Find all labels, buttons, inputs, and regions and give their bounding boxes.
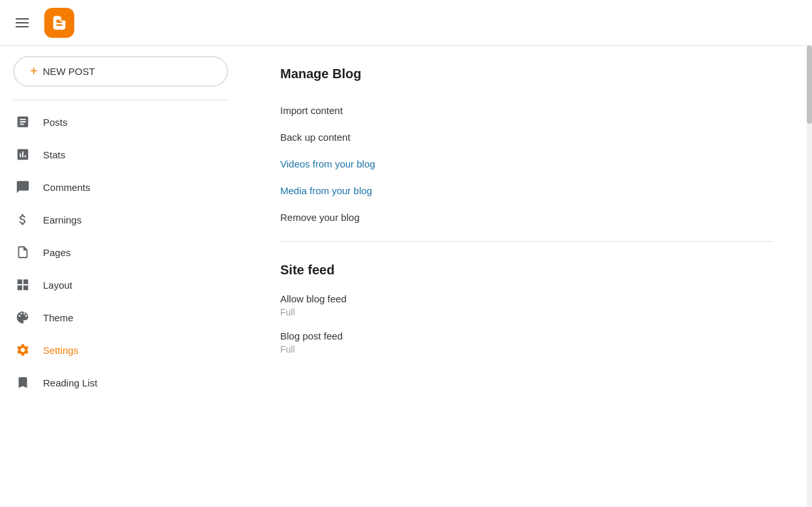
site-feed-section: Site feed Allow blog feed Full Blog post… xyxy=(280,263,773,355)
sidebar-item-layout[interactable]: Layout xyxy=(0,268,228,301)
blog-post-feed-label: Blog post feed xyxy=(280,330,773,341)
hamburger-menu[interactable] xyxy=(10,13,34,33)
sidebar-item-comments[interactable]: Comments xyxy=(0,171,228,203)
main-content: Manage Blog Import content Back up conte… xyxy=(241,46,812,507)
sidebar-label-settings: Settings xyxy=(43,345,78,356)
posts-icon xyxy=(16,115,30,129)
sidebar-label-stats: Stats xyxy=(43,149,65,160)
media-link[interactable]: Media from your blog xyxy=(280,177,773,204)
remove-blog-link[interactable]: Remove your blog xyxy=(280,204,773,231)
blog-post-feed-value[interactable]: Full xyxy=(280,344,773,355)
allow-blog-feed-item: Allow blog feed Full xyxy=(280,293,773,317)
pages-icon xyxy=(16,245,30,259)
sidebar-label-posts: Posts xyxy=(43,117,68,128)
sidebar-item-stats[interactable]: Stats xyxy=(0,138,228,171)
scrollbar-thumb[interactable] xyxy=(807,46,812,124)
settings-icon xyxy=(16,343,30,357)
videos-link[interactable]: Videos from your blog xyxy=(280,151,773,177)
manage-blog-section: Manage Blog Import content Back up conte… xyxy=(280,66,773,231)
import-content-link[interactable]: Import content xyxy=(280,97,773,124)
sidebar-item-theme[interactable]: Theme xyxy=(0,301,228,334)
sidebar-label-pages: Pages xyxy=(43,247,71,258)
manage-blog-title: Manage Blog xyxy=(280,66,773,81)
section-divider xyxy=(280,241,773,242)
theme-icon xyxy=(16,310,30,325)
sidebar-label-comments: Comments xyxy=(43,182,91,193)
blog-post-feed-item: Blog post feed Full xyxy=(280,330,773,355)
comments-icon xyxy=(16,180,30,194)
sidebar-item-settings[interactable]: Settings xyxy=(0,334,228,366)
site-feed-title: Site feed xyxy=(280,263,773,278)
plus-icon: + xyxy=(30,64,38,79)
sidebar-divider xyxy=(13,100,228,100)
sidebar-label-theme: Theme xyxy=(43,312,74,323)
sidebar-item-pages[interactable]: Pages xyxy=(0,236,228,268)
allow-blog-feed-label: Allow blog feed xyxy=(280,293,773,304)
sidebar-item-reading-list[interactable]: Reading List xyxy=(0,366,228,399)
stats-icon xyxy=(16,147,30,162)
sidebar-label-layout: Layout xyxy=(43,280,72,291)
top-bar xyxy=(0,0,812,46)
sidebar-item-posts[interactable]: Posts xyxy=(0,106,228,138)
sidebar: + NEW POST Posts Stats Comments Earnings xyxy=(0,46,241,507)
sidebar-label-reading-list: Reading List xyxy=(43,377,97,388)
earnings-icon xyxy=(16,212,30,227)
new-post-button[interactable]: + NEW POST xyxy=(13,56,228,87)
reading-list-icon xyxy=(16,375,30,390)
backup-content-link[interactable]: Back up content xyxy=(280,124,773,151)
blogger-logo xyxy=(44,8,74,38)
layout-icon xyxy=(16,278,30,292)
sidebar-item-earnings[interactable]: Earnings xyxy=(0,203,228,236)
new-post-label: NEW POST xyxy=(43,66,95,77)
sidebar-label-earnings: Earnings xyxy=(43,214,81,225)
scrollbar-track xyxy=(807,46,812,507)
allow-blog-feed-value[interactable]: Full xyxy=(280,307,773,317)
